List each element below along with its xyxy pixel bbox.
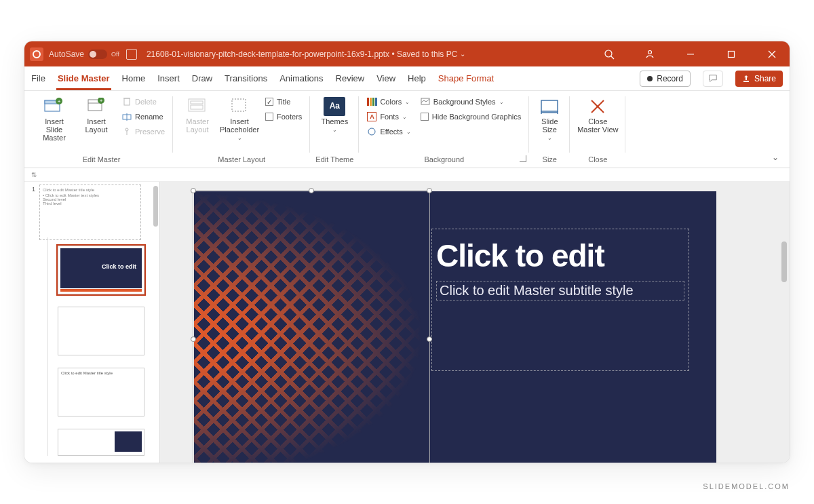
qat-chevron-icon[interactable]: ⇅ xyxy=(31,171,37,178)
svg-rect-23 xyxy=(191,101,203,104)
selection-outline[interactable] xyxy=(193,190,430,463)
collapse-ribbon-chevron-icon[interactable]: ⌄ xyxy=(772,153,779,162)
layout-thumbnail-2[interactable] xyxy=(58,307,144,355)
master-thumbnail[interactable]: 1 Click to edit Master title style • Cli… xyxy=(28,185,153,240)
ribbon-tabs: File Slide Master Home Insert Draw Trans… xyxy=(24,66,790,91)
tab-draw[interactable]: Draw xyxy=(192,66,212,90)
autosave-state: Off xyxy=(111,51,119,58)
title-text[interactable]: Click to edit xyxy=(436,237,684,274)
document-title[interactable]: 21608-01-visionary-pitch-deck-template-f… xyxy=(147,50,457,59)
record-dot-icon xyxy=(647,76,653,81)
scrollbar-thumb[interactable] xyxy=(153,186,158,227)
background-styles-dropdown[interactable]: Background Styles⌄ xyxy=(418,95,524,109)
share-button[interactable]: Share xyxy=(735,71,783,87)
effects-dropdown[interactable]: Effects⌄ xyxy=(364,125,413,138)
ribbon: + Insert Slide Master + Insert Layout De… xyxy=(24,91,790,168)
insert-slide-master-button[interactable]: + Insert Slide Master xyxy=(35,95,73,144)
tab-animations[interactable]: Animations xyxy=(279,66,323,90)
insert-slide-master-label: Insert Slide Master xyxy=(36,117,73,142)
record-button[interactable]: Record xyxy=(640,71,691,87)
delete-icon xyxy=(122,97,132,106)
group-background: Colors⌄ AFonts⌄ Effects⌄ Background Styl… xyxy=(359,91,529,165)
svg-rect-7 xyxy=(743,81,749,82)
tab-help[interactable]: Help xyxy=(408,66,426,90)
svg-rect-4 xyxy=(729,51,735,57)
comments-button[interactable] xyxy=(703,71,723,87)
svg-rect-28 xyxy=(541,100,558,111)
preserve-button: Preserve xyxy=(119,125,168,138)
autosave-toggle[interactable]: AutoSave Off xyxy=(49,50,119,59)
preserve-icon xyxy=(122,127,132,136)
svg-point-2 xyxy=(648,50,652,54)
group-size-label: Size xyxy=(543,154,557,165)
master-layout-button: Master Layout xyxy=(178,95,216,144)
group-close-label: Close xyxy=(588,154,607,165)
svg-text:+: + xyxy=(100,98,103,104)
layout-thumbnail-4[interactable] xyxy=(58,429,144,456)
selection-handle[interactable] xyxy=(427,188,432,193)
save-icon[interactable] xyxy=(126,49,137,60)
selection-handle[interactable] xyxy=(191,188,196,193)
selection-handle[interactable] xyxy=(191,336,196,342)
tab-home[interactable]: Home xyxy=(122,66,146,90)
chevron-down-icon: ⌄ xyxy=(237,136,242,142)
group-edit-master-label: Edit Master xyxy=(83,154,121,165)
slide-size-button[interactable]: Slide Size ⌄ xyxy=(535,95,564,144)
footers-checkbox[interactable]: Footers xyxy=(263,110,305,123)
work-area: 1 Click to edit Master title style • Cli… xyxy=(24,182,790,463)
insert-placeholder-button[interactable]: Insert Placeholder ⌄ xyxy=(220,95,258,144)
group-master-layout-label: Master Layout xyxy=(218,154,265,165)
toggle-switch[interactable] xyxy=(88,50,107,59)
tab-file[interactable]: File xyxy=(31,66,45,90)
selection-handle[interactable] xyxy=(309,188,314,193)
slide-canvas[interactable]: Click to edit Click to edit Master subti… xyxy=(194,191,716,463)
autosave-label: AutoSave xyxy=(49,50,84,59)
colors-dropdown[interactable]: Colors⌄ xyxy=(364,95,413,109)
dialog-launcher-icon[interactable] xyxy=(520,155,526,162)
insert-layout-button[interactable]: + Insert Layout xyxy=(77,95,115,144)
tab-view[interactable]: View xyxy=(376,66,395,90)
title-placeholder[interactable]: Click to edit Click to edit Master subti… xyxy=(431,229,689,371)
rename-button[interactable]: Rename xyxy=(119,110,168,123)
group-edit-theme-label: Edit Theme xyxy=(315,154,353,165)
search-icon[interactable] xyxy=(597,45,621,64)
group-size: Slide Size ⌄ Size xyxy=(529,91,570,165)
hide-background-checkbox[interactable]: Hide Background Graphics xyxy=(418,110,524,123)
delete-button: Delete xyxy=(119,95,168,109)
close-master-view-button[interactable]: Close Master View xyxy=(575,95,620,144)
minimize-button[interactable] xyxy=(678,45,703,64)
canvas-scrollbar[interactable] xyxy=(781,241,787,282)
powerpoint-app-icon xyxy=(30,47,43,61)
maximize-button[interactable] xyxy=(719,45,743,64)
account-icon[interactable] xyxy=(638,45,662,64)
insert-layout-label: Insert Layout xyxy=(85,117,107,134)
thumbnail-panel[interactable]: 1 Click to edit Master title style • Cli… xyxy=(24,182,160,463)
share-label: Share xyxy=(754,74,776,83)
toggle-knob xyxy=(90,51,96,58)
slide-canvas-area[interactable]: Click to edit Click to edit Master subti… xyxy=(160,182,790,463)
title-chevron-icon[interactable]: ⌄ xyxy=(460,50,465,58)
tab-slide-master[interactable]: Slide Master xyxy=(58,66,110,90)
themes-button[interactable]: Aa Themes ⌄ xyxy=(315,95,353,144)
svg-point-20 xyxy=(125,128,128,131)
colors-icon xyxy=(367,97,376,106)
tab-insert[interactable]: Insert xyxy=(157,66,180,90)
subtitle-placeholder[interactable]: Click to edit Master subtitle style xyxy=(436,281,684,301)
rename-icon xyxy=(122,112,132,121)
layout-thumbnail-3[interactable]: Click to edit Master title style xyxy=(58,368,144,416)
fonts-dropdown[interactable]: AFonts⌄ xyxy=(364,110,413,123)
tab-review[interactable]: Review xyxy=(336,66,365,90)
svg-rect-16 xyxy=(124,98,130,105)
watermark: SLIDEMODEL.COM xyxy=(703,482,790,490)
close-button[interactable] xyxy=(760,45,784,64)
checkbox-icon: ✓ xyxy=(265,98,273,106)
tab-shape-format[interactable]: Shape Format xyxy=(438,66,494,90)
fonts-icon: A xyxy=(367,112,376,121)
tab-transitions[interactable]: Transitions xyxy=(225,66,267,90)
qat-below-ribbon: ⇅ xyxy=(24,168,790,182)
checkbox-icon xyxy=(421,113,429,121)
layout-thumbnail-1[interactable]: Click to edit xyxy=(58,246,144,294)
group-edit-master: + Insert Slide Master + Insert Layout De… xyxy=(30,91,173,165)
title-checkbox[interactable]: ✓Title xyxy=(263,95,305,109)
subtitle-text[interactable]: Click to edit Master subtitle style xyxy=(440,283,681,298)
